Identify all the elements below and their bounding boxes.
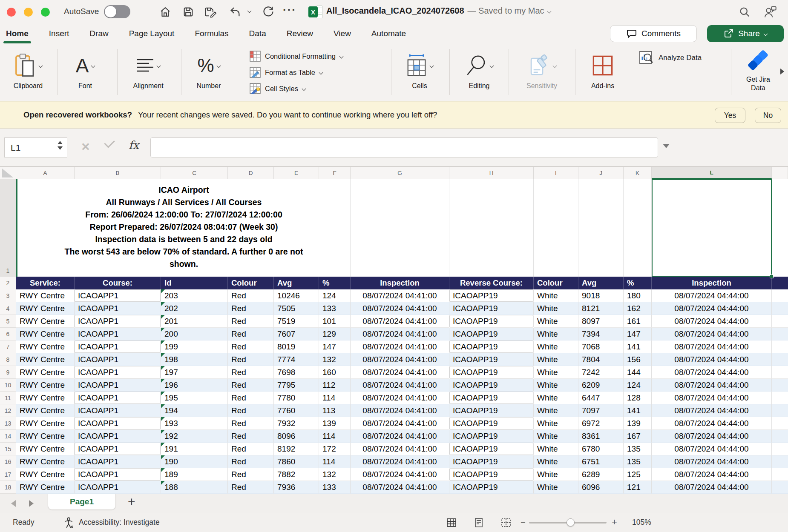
tab-formulas[interactable]: Formulas	[195, 23, 228, 44]
cell-colour[interactable]: Red	[228, 379, 274, 392]
cell-filler[interactable]	[772, 404, 788, 417]
accessibility-status[interactable]: Accessibility: Investigate	[79, 518, 160, 527]
cell-reverse-avg[interactable]: 6289	[578, 468, 624, 481]
cell-pct[interactable]: 132	[319, 468, 351, 481]
cell-reverse-avg[interactable]: 8097	[578, 315, 624, 328]
row-header-1[interactable]: 1	[0, 179, 16, 277]
select-all-corner[interactable]	[0, 167, 16, 179]
page-layout-view-icon[interactable]	[474, 518, 484, 529]
cell-colour[interactable]: Red	[228, 315, 274, 328]
cell-colour[interactable]: Red	[228, 468, 274, 481]
cell-service[interactable]: RWY Centre	[16, 468, 75, 481]
close-window-button[interactable]	[7, 8, 16, 17]
cell-filler[interactable]	[772, 455, 788, 468]
zoom-in-icon[interactable]: +	[612, 517, 617, 528]
cell-pct[interactable]: 133	[319, 302, 351, 315]
name-box-spinner[interactable]	[58, 141, 63, 150]
cell-G1[interactable]	[351, 179, 449, 277]
cell-filler[interactable]	[772, 417, 788, 430]
cell-service[interactable]: RWY Centre	[16, 366, 75, 379]
next-sheet-icon[interactable]	[29, 500, 34, 507]
cell-colour[interactable]: Red	[228, 340, 274, 353]
cell-course[interactable]: ICAOAPP1	[75, 468, 161, 481]
cell-avg[interactable]: 7774	[274, 353, 319, 366]
table-header-course[interactable]: Course:	[75, 277, 161, 289]
cell-inspection[interactable]: 08/07/2024 04:41:00	[351, 315, 449, 328]
column-header-I[interactable]: I	[534, 167, 578, 179]
cell-reverse-pct[interactable]: 161	[624, 315, 652, 328]
cell-H1[interactable]	[449, 179, 534, 277]
cell-inspection[interactable]: 08/07/2024 04:41:00	[351, 302, 449, 315]
cell-reverse-course[interactable]: ICAOAPP19	[449, 366, 534, 379]
analyze-data-button[interactable]: Analyze Data	[639, 51, 702, 64]
cell-colour[interactable]: Red	[228, 289, 274, 302]
cell-filler[interactable]	[772, 366, 788, 379]
table-header-colour[interactable]: Colour	[228, 277, 274, 289]
cell-pct[interactable]: 114	[319, 430, 351, 443]
cell-reverse-avg[interactable]: 7242	[578, 366, 624, 379]
cell-reverse-pct[interactable]: 139	[624, 417, 652, 430]
editing-dropdown-chevron[interactable]	[490, 63, 494, 68]
cell-service[interactable]: RWY Centre	[16, 392, 75, 404]
cell-reverse-inspection[interactable]: 08/07/2024 04:44:00	[652, 392, 772, 404]
cell-reverse-colour[interactable]: White	[534, 430, 578, 443]
cell-inspection[interactable]: 08/07/2024 04:41:00	[351, 455, 449, 468]
cell-reverse-colour[interactable]: White	[534, 417, 578, 430]
cell-reverse-avg[interactable]: 6209	[578, 379, 624, 392]
cell-reverse-inspection[interactable]: 08/07/2024 04:44:00	[652, 366, 772, 379]
cell-reverse-colour[interactable]: White	[534, 328, 578, 340]
cell-reverse-inspection[interactable]: 08/07/2024 04:44:00	[652, 315, 772, 328]
cell-id[interactable]: 193	[161, 417, 228, 430]
sensitivity-group[interactable]: Sensitivity	[520, 44, 564, 90]
cell-filler[interactable]	[772, 328, 788, 340]
tab-view[interactable]: View	[334, 23, 351, 44]
row-header-12[interactable]: 12	[0, 404, 16, 417]
row-header-2[interactable]: 2	[0, 277, 16, 289]
cell-reverse-pct[interactable]: 124	[624, 379, 652, 392]
cell-id[interactable]: 199	[161, 340, 228, 353]
name-box[interactable]: L1	[4, 137, 67, 157]
cell-id[interactable]: 192	[161, 430, 228, 443]
column-header-E[interactable]: E	[274, 167, 319, 179]
cell-reverse-pct[interactable]: 156	[624, 353, 652, 366]
cancel-entry-icon[interactable]: ✕	[81, 140, 90, 154]
cell-id[interactable]: 190	[161, 455, 228, 468]
cell-avg[interactable]: 7698	[274, 366, 319, 379]
cell-course[interactable]: ICAOAPP1	[75, 417, 161, 430]
cell-service[interactable]: RWY Centre	[16, 481, 75, 494]
table-header-service[interactable]: Service:	[16, 277, 75, 289]
ribbon-overflow-arrow[interactable]	[780, 69, 784, 74]
cell-avg[interactable]: 7882	[274, 468, 319, 481]
cell-inspection[interactable]: 08/07/2024 04:41:00	[351, 353, 449, 366]
cell-course[interactable]: ICAOAPP1	[75, 404, 161, 417]
sheet-tab-page1[interactable]: Page1	[48, 494, 116, 510]
cell-reverse-colour[interactable]: White	[534, 404, 578, 417]
cell-inspection[interactable]: 08/07/2024 04:41:00	[351, 328, 449, 340]
redo-icon[interactable]	[262, 5, 275, 19]
cell-reverse-course[interactable]: ICAOAPP19	[449, 315, 534, 328]
cell-course[interactable]: ICAOAPP1	[75, 455, 161, 468]
tab-home[interactable]: Home	[6, 23, 29, 44]
cell-reverse-course[interactable]: ICAOAPP19	[449, 455, 534, 468]
cell-reverse-course[interactable]: ICAOAPP19	[449, 430, 534, 443]
cell-filler[interactable]	[772, 340, 788, 353]
cell-reverse-avg[interactable]: 6780	[578, 443, 624, 455]
cell-reverse-avg[interactable]: 6096	[578, 481, 624, 494]
cell-filler[interactable]	[772, 302, 788, 315]
alignment-group[interactable]: Alignment	[126, 44, 170, 90]
tab-review[interactable]: Review	[287, 23, 313, 44]
cell-filler[interactable]	[772, 430, 788, 443]
cell-inspection[interactable]: 08/07/2024 04:41:00	[351, 404, 449, 417]
cell-reverse-pct[interactable]: 141	[624, 340, 652, 353]
column-header-L[interactable]: L	[652, 167, 772, 179]
cell-service[interactable]: RWY Centre	[16, 328, 75, 340]
cell-filler[interactable]	[772, 353, 788, 366]
cell-avg[interactable]: 7795	[274, 379, 319, 392]
cell-pct[interactable]: 133	[319, 481, 351, 494]
cell-inspection[interactable]: 08/07/2024 04:41:00	[351, 417, 449, 430]
cell-service[interactable]: RWY Centre	[16, 417, 75, 430]
cell-reverse-course[interactable]: ICAOAPP19	[449, 328, 534, 340]
cell-filler[interactable]	[772, 289, 788, 302]
cell-M1-partial[interactable]	[772, 179, 788, 277]
cell-course[interactable]: ICAOAPP1	[75, 289, 161, 302]
